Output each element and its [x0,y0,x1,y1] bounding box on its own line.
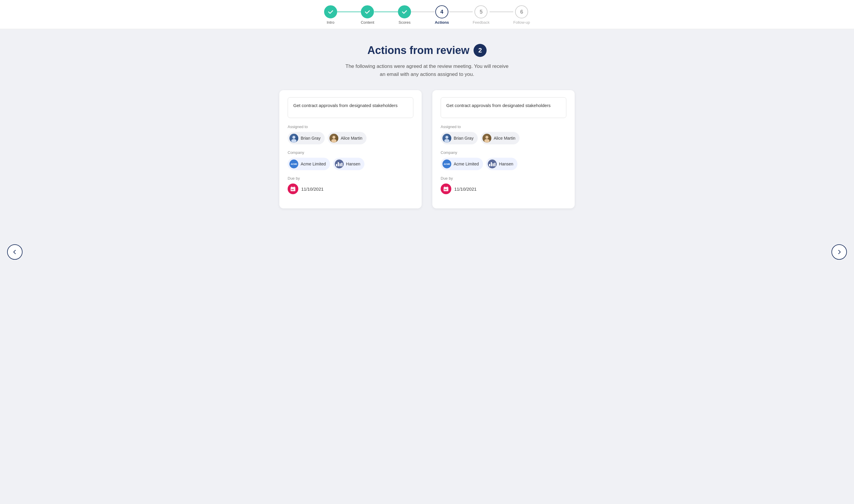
card-2-description: Get contract approvals from designated s… [441,97,566,118]
step-feedback[interactable]: 5 Feedback [473,5,490,24]
step-5-circle: 5 [475,5,487,18]
connector-2-3 [374,12,398,12]
avatar-acme-1: ACME [289,160,298,168]
svg-rect-8 [291,189,292,190]
connector-5-6 [490,12,513,12]
card-1-company-label: Company [288,150,413,155]
card-2-due-row: 11/10/2021 [441,183,566,194]
connector-1-2 [337,12,361,12]
chip-alice-martin-2-label: Alice Martin [494,136,515,141]
calendar-icon-2 [441,183,451,194]
svg-point-10 [445,136,448,139]
card-1-due-date: 11/10/2021 [301,186,323,192]
step-content[interactable]: Content [361,5,374,24]
chip-brian-gray-2-label: Brian Gray [454,136,474,141]
connector-3-4 [411,12,435,12]
page-title-group: Actions from review 2 [368,44,486,57]
card-1-due-row: 11/10/2021 [288,183,413,194]
prev-button[interactable] [7,244,22,260]
step-1-label: Intro [327,20,335,24]
card-2-assignees-chips: Brian Gray Alice Martin [441,132,566,144]
svg-point-13 [484,139,490,143]
chip-acme-1: ACME Acme Limited [288,158,330,170]
svg-rect-9 [293,189,293,190]
count-badge: 2 [474,44,486,57]
main-content: Actions from review 2 The following acti… [0,29,854,226]
chip-acme-1-label: Acme Limited [301,162,326,166]
card-2-due-date: 11/10/2021 [454,186,477,192]
svg-rect-5 [290,187,295,188]
card-2-due-section: Due by 11/10/2021 [441,176,566,194]
chip-hansen-1: Hansen [333,158,364,170]
step-6-label: Follow-up [513,20,530,24]
card-2-assigned-label: Assigned to [441,125,566,129]
card-1-company-chips: ACME Acme Limited [288,158,413,170]
svg-rect-15 [444,187,448,188]
card-1-assigned-label: Assigned to [288,125,413,129]
stepper: Intro Content Scores [324,5,530,24]
chip-brian-gray-1: Brian Gray [288,132,325,144]
step-3-circle [398,5,411,18]
chip-acme-2-label: Acme Limited [454,162,479,166]
connector-4-5 [449,12,473,12]
svg-point-2 [333,136,335,139]
avatar-alice-1 [330,134,338,143]
chip-acme-2: ACME Acme Limited [441,158,483,170]
svg-rect-19 [446,189,447,190]
card-1-company-section: Company ACME Acme Limited [288,150,413,170]
action-card-2: Get contract approvals from designated s… [432,90,575,209]
step-4-circle: 4 [435,5,448,18]
subtitle: The following actions were agreed at the… [345,62,509,78]
avatar-brian-2 [442,134,451,143]
step-5-label: Feedback [473,20,490,24]
svg-point-11 [444,139,449,143]
chip-alice-martin-1: Alice Martin [328,132,367,144]
avatar-hansen-1 [335,160,344,168]
step-intro[interactable]: Intro [324,5,337,24]
svg-point-0 [292,136,295,139]
chip-alice-martin-2: Alice Martin [481,132,519,144]
stepper-bar: Intro Content Scores [0,0,854,29]
card-2-company-label: Company [441,150,566,155]
step-3-label: Scores [398,20,410,24]
card-1-assignees-section: Assigned to Brian Gray [288,125,413,144]
avatar-brian-1 [289,134,298,143]
action-card-1: Get contract approvals from designated s… [279,90,422,209]
step-6-circle: 6 [515,5,528,18]
chip-hansen-2: Hansen [486,158,517,170]
card-2-assignees-section: Assigned to Brian Gray [441,125,566,144]
step-2-label: Content [361,20,374,24]
chip-hansen-2-label: Hansen [499,162,513,166]
chip-brian-gray-1-label: Brian Gray [301,136,321,141]
avatar-hansen-2 [488,160,497,168]
card-2-company-chips: ACME Acme Limited [441,158,566,170]
chip-alice-martin-1-label: Alice Martin [341,136,362,141]
step-4-label: Actions [435,20,449,24]
avatar-acme-2: ACME [442,160,451,168]
step-followup[interactable]: 6 Follow-up [513,5,530,24]
step-1-circle [324,5,337,18]
page-title-text: Actions from review [368,44,469,57]
card-1-assignees-chips: Brian Gray Alice Martin [288,132,413,144]
calendar-icon-1 [288,183,298,194]
avatar-alice-2 [482,134,491,143]
chip-hansen-1-label: Hansen [346,162,360,166]
next-button[interactable] [832,244,847,260]
chip-brian-gray-2: Brian Gray [441,132,478,144]
step-actions[interactable]: 4 Actions [435,5,449,24]
cards-wrapper: Get contract approvals from designated s… [264,90,590,209]
card-2-company-section: Company ACME Acme Limited [441,150,566,170]
step-scores[interactable]: Scores [398,5,411,24]
svg-point-12 [485,136,488,139]
card-1-due-label: Due by [288,176,413,181]
svg-point-1 [291,139,297,143]
card-2-due-label: Due by [441,176,566,181]
card-1-due-section: Due by 11/10/2021 [288,176,413,194]
svg-rect-18 [445,189,445,190]
card-1-description: Get contract approvals from designated s… [288,97,413,118]
svg-point-3 [331,139,337,143]
step-2-circle [361,5,374,18]
